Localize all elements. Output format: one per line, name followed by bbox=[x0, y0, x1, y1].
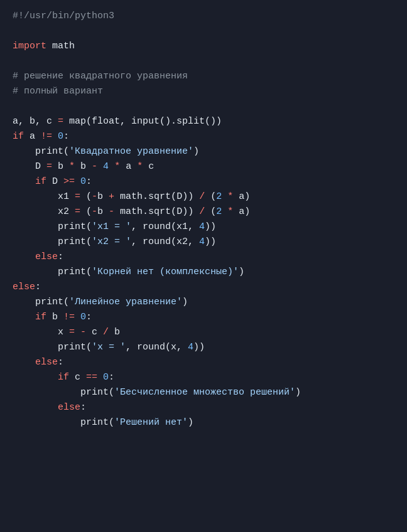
line-else-c: else: bbox=[13, 400, 394, 415]
line-print-complex: print('Корней нет (комплексные)') bbox=[13, 265, 394, 280]
blank-line bbox=[13, 99, 394, 114]
line-print-infinite: print('Бесчисленное множество решений') bbox=[13, 385, 394, 400]
line-x2: x2 = (-b - math.sqrt(D)) / (2 * a) bbox=[13, 205, 394, 220]
line-shebang: #!/usr/bin/python3 bbox=[13, 9, 394, 24]
line-else-b: else: bbox=[13, 355, 394, 370]
line-import: import math bbox=[13, 39, 394, 54]
line-if-c: if c == 0: bbox=[13, 370, 394, 385]
line-print-quad: print('Квадратное уравнение') bbox=[13, 144, 394, 159]
line-print-nosol: print('Решений нет') bbox=[13, 415, 394, 430]
line-print-x2: print('x2 = ', round(x2, 4)) bbox=[13, 235, 394, 250]
line-comment1: # решение квадратного уравнения bbox=[13, 69, 394, 84]
line-x1: x1 = (-b + math.sqrt(D)) / (2 * a) bbox=[13, 189, 394, 205]
code-editor: #!/usr/bin/python3 import math # решение… bbox=[0, 0, 407, 439]
line-else-a: else: bbox=[13, 280, 394, 295]
line-abc: a, b, c = map(float, input().split()) bbox=[13, 114, 394, 129]
blank-line bbox=[13, 54, 394, 69]
line-d-calc: D = b * b - 4 * a * c bbox=[13, 159, 394, 174]
line-if-b: if b != 0: bbox=[13, 310, 394, 325]
line-if-d: if D >= 0: bbox=[13, 174, 394, 189]
line-print-x1: print('x1 = ', round(x1, 4)) bbox=[13, 220, 394, 235]
line-if-a: if a != 0: bbox=[13, 129, 394, 144]
line-else-d: else: bbox=[13, 250, 394, 265]
line-x-calc: x = - c / b bbox=[13, 325, 394, 340]
blank-line bbox=[13, 24, 394, 39]
line-print-linear: print('Линейное уравнение') bbox=[13, 295, 394, 310]
line-comment2: # полный вариант bbox=[13, 84, 394, 99]
line-print-x: print('x = ', round(x, 4)) bbox=[13, 340, 394, 355]
